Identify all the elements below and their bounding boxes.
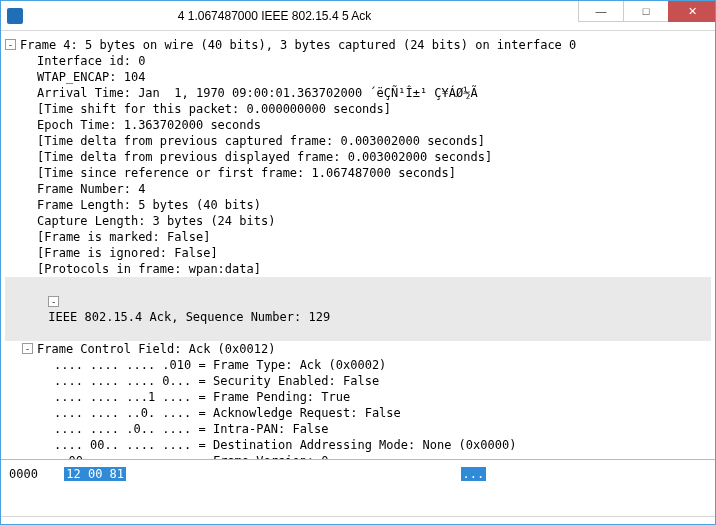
fcf-node[interactable]: - Frame Control Field: Ack (0x0012) (5, 341, 711, 357)
frame-header-text: Frame 4: 5 bytes on wire (40 bits), 3 by… (20, 37, 576, 53)
fcf-header-text: Frame Control Field: Ack (0x0012) (37, 341, 275, 357)
tree-item[interactable]: Frame Length: 5 bytes (40 bits) (5, 197, 711, 213)
maximize-button[interactable]: □ (623, 0, 669, 22)
minimize-button[interactable]: — (578, 0, 624, 22)
field-text: [Time delta from previous captured frame… (37, 133, 485, 149)
tree-item[interactable]: .... 00.. .... .... = Destination Addres… (5, 437, 711, 453)
tree-item[interactable]: Frame Number: 4 (5, 181, 711, 197)
tree-item[interactable]: [Time shift for this packet: 0.000000000… (5, 101, 711, 117)
ieee-header-text: IEEE 802.15.4 Ack, Sequence Number: 129 (48, 310, 330, 324)
tree-item[interactable]: [Frame is marked: False] (5, 229, 711, 245)
packet-details-tree[interactable]: - Frame 4: 5 bytes on wire (40 bits), 3 … (1, 31, 715, 460)
field-text: Frame Number: 4 (37, 181, 145, 197)
hex-dump-pane[interactable]: 0000 12 00 81 ... (1, 460, 715, 516)
field-text: [Frame is marked: False] (37, 229, 210, 245)
collapse-icon[interactable]: - (5, 39, 16, 50)
ieee-node[interactable]: - IEEE 802.15.4 Ack, Sequence Number: 12… (5, 277, 711, 341)
tree-item[interactable]: Capture Length: 3 bytes (24 bits) (5, 213, 711, 229)
hex-offset: 0000 (9, 467, 57, 481)
field-text: .... .... .... 0... = Security Enabled: … (54, 373, 379, 389)
field-text: Arrival Time: Jan 1, 1970 09:00:01.36370… (37, 85, 478, 101)
field-text: .... .... .0.. .... = Intra-PAN: False (54, 421, 329, 437)
content-area: - Frame 4: 5 bytes on wire (40 bits), 3 … (1, 31, 715, 524)
tree-item[interactable]: .... .... .0.. .... = Intra-PAN: False (5, 421, 711, 437)
field-text: Frame Length: 5 bytes (40 bits) (37, 197, 261, 213)
field-text: ..00 .... .... .... = Frame Version: 0 (54, 453, 329, 460)
tree-item[interactable]: [Time delta from previous displayed fram… (5, 149, 711, 165)
field-text: Epoch Time: 1.363702000 seconds (37, 117, 261, 133)
tree-item[interactable]: Epoch Time: 1.363702000 seconds (5, 117, 711, 133)
tree-item[interactable]: [Frame is ignored: False] (5, 245, 711, 261)
tree-item[interactable]: WTAP_ENCAP: 104 (5, 69, 711, 85)
statusbar (1, 516, 715, 524)
close-button[interactable]: ✕ (668, 0, 716, 22)
field-text: Capture Length: 3 bytes (24 bits) (37, 213, 275, 229)
field-text: .... 00.. .... .... = Destination Addres… (54, 437, 516, 453)
field-text: [Protocols in frame: wpan:data] (37, 261, 261, 277)
field-text: [Frame is ignored: False] (37, 245, 218, 261)
field-text: .... .... ..0. .... = Acknowledge Reques… (54, 405, 401, 421)
tree-item[interactable]: [Time since reference or first frame: 1.… (5, 165, 711, 181)
hex-ascii-selected[interactable]: ... (461, 467, 487, 481)
tree-item[interactable]: ..00 .... .... .... = Frame Version: 0 (5, 453, 711, 460)
app-icon (7, 8, 23, 24)
tree-item[interactable]: Arrival Time: Jan 1, 1970 09:00:01.36370… (5, 85, 711, 101)
field-text: .... .... ...1 .... = Frame Pending: Tru… (54, 389, 350, 405)
tree-item[interactable]: Interface id: 0 (5, 53, 711, 69)
tree-item[interactable]: .... .... ..0. .... = Acknowledge Reques… (5, 405, 711, 421)
window-title: 4 1.067487000 IEEE 802.15.4 5 Ack (31, 9, 578, 23)
field-text: Interface id: 0 (37, 53, 145, 69)
tree-item[interactable]: [Protocols in frame: wpan:data] (5, 261, 711, 277)
field-text: .... .... .... .010 = Frame Type: Ack (0… (54, 357, 386, 373)
field-text: WTAP_ENCAP: 104 (37, 69, 145, 85)
frame-node[interactable]: - Frame 4: 5 bytes on wire (40 bits), 3 … (5, 37, 711, 53)
hex-bytes-selected[interactable]: 12 00 81 (64, 467, 126, 481)
tree-item[interactable]: .... .... .... .010 = Frame Type: Ack (0… (5, 357, 711, 373)
window-controls: — □ ✕ (578, 1, 715, 30)
tree-item[interactable]: [Time delta from previous captured frame… (5, 133, 711, 149)
collapse-icon[interactable]: - (22, 343, 33, 354)
titlebar: 4 1.067487000 IEEE 802.15.4 5 Ack — □ ✕ (1, 1, 715, 31)
collapse-icon[interactable]: - (48, 296, 59, 307)
tree-item[interactable]: .... .... .... 0... = Security Enabled: … (5, 373, 711, 389)
field-text: [Time since reference or first frame: 1.… (37, 165, 456, 181)
field-text: [Time delta from previous displayed fram… (37, 149, 492, 165)
field-text: [Time shift for this packet: 0.000000000… (37, 101, 391, 117)
tree-item[interactable]: .... .... ...1 .... = Frame Pending: Tru… (5, 389, 711, 405)
